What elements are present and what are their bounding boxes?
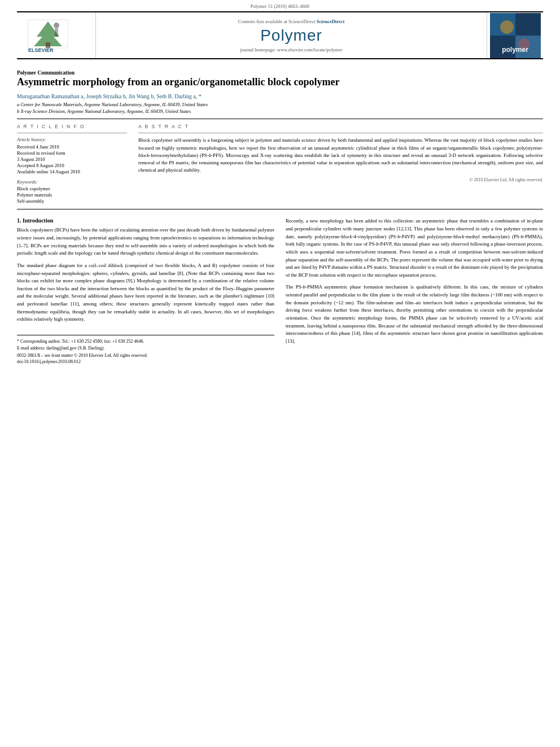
sciencedirect-info: Contents lists available at ScienceDirec… <box>238 19 344 24</box>
svg-point-3 <box>54 23 59 28</box>
article-content: Polymer Communication Asymmetric morphol… <box>17 59 543 364</box>
keyword-1: Block copolymer <box>17 186 127 191</box>
svg-point-9 <box>500 20 514 34</box>
elsevier-logo-area: ELSEVIER <box>17 12 96 58</box>
abstract-column: A B S T R A C T Block copolymer self-ass… <box>138 124 543 204</box>
divider-before-body <box>17 209 543 209</box>
body-left-column: 1. Introduction Block copolymers (BCPs) … <box>17 217 274 364</box>
article-info-column: A R T I C L E I N F O Article history: R… <box>17 124 127 204</box>
sciencedirect-link-text[interactable]: ScienceDirect <box>317 19 344 24</box>
journal-info-center: Contents lists available at ScienceDirec… <box>96 12 487 58</box>
svg-text:ELSEVIER: ELSEVIER <box>28 47 54 53</box>
history-label: Article history: <box>17 137 127 142</box>
top-bar: Polymer 51 (2010) 4663–4666 <box>0 0 560 11</box>
copyright-notice: © 2010 Elsevier Ltd. All rights reserved… <box>138 177 543 182</box>
body-content: 1. Introduction Block copolymers (BCPs) … <box>17 217 543 364</box>
email-address: E-mail address: darling@anl.gov (S.B. Da… <box>17 345 274 352</box>
journal-homepage: journal homepage: www.elsevier.com/locat… <box>240 47 343 53</box>
journal-header: ELSEVIER Contents lists available at Sci… <box>17 11 543 59</box>
available-date: Available online 14 August 2010 <box>17 169 127 174</box>
info-divider <box>17 133 127 133</box>
right-para1: Recently, a new morphology has been adde… <box>286 217 543 279</box>
divider-after-authors <box>17 119 543 119</box>
intro-para1: Block copolymers (BCPs) have been the su… <box>17 226 274 257</box>
authors-list: Muruganathan Ramanathan a, Joseph Strzal… <box>17 93 543 99</box>
keywords-label: Keywords: <box>17 179 127 185</box>
abstract-body: Block copolymer self-assembly is a burge… <box>138 137 543 174</box>
issn-text: 0032-3861/$ – see front matter © 2010 El… <box>17 353 274 358</box>
elsevier-logo-icon: ELSEVIER <box>25 17 88 54</box>
article-type-label: Polymer Communication <box>17 69 543 76</box>
article-info-abstract: A R T I C L E I N F O Article history: R… <box>17 124 543 204</box>
polymer-brand-logo: polymer <box>490 13 541 58</box>
revised-date: 3 August 2010 <box>17 156 127 162</box>
keyword-2: Polymer materials <box>17 192 127 198</box>
abstract-heading: A B S T R A C T <box>138 124 543 129</box>
affiliation-b: b X-ray Science Division, Argonne Nation… <box>17 108 543 114</box>
received-date: Received 4 June 2010 <box>17 144 127 150</box>
polymer-logo-area: polymer <box>487 12 543 58</box>
affiliation-a: a Center for Nanoscale Materials, Argonn… <box>17 102 543 107</box>
polymer-logo-text: polymer <box>502 46 528 54</box>
right-para2: The PS-b-PMMA asymmetric phase formation… <box>286 283 543 345</box>
body-right-column: Recently, a new morphology has been adde… <box>286 217 543 364</box>
footnote-section: * Corresponding author. Tel.: +1 630 252… <box>17 335 274 364</box>
article-title: Asymmetric morphology from an organic/or… <box>17 76 543 89</box>
journal-title: Polymer <box>260 27 322 45</box>
intro-heading: 1. Introduction <box>17 217 274 224</box>
journal-reference: Polymer 51 (2010) 4663–4666 <box>251 3 310 9</box>
abstract-divider <box>138 133 543 133</box>
article-info-heading: A R T I C L E I N F O <box>17 124 127 129</box>
svg-rect-4 <box>55 28 58 37</box>
revised-label: Received in revised form <box>17 150 127 156</box>
corresponding-author: * Corresponding author. Tel.: +1 630 252… <box>17 338 274 345</box>
page: Polymer 51 (2010) 4663–4666 ELSEVIER Con… <box>0 0 560 747</box>
accepted-date: Accepted 8 August 2010 <box>17 163 127 168</box>
keyword-3: Self-assembly <box>17 198 127 204</box>
doi-text: doi:10.1016/j.polymer.2010.08.012 <box>17 359 274 364</box>
intro-para2: The standard phase diagram for a coil–co… <box>17 262 274 324</box>
